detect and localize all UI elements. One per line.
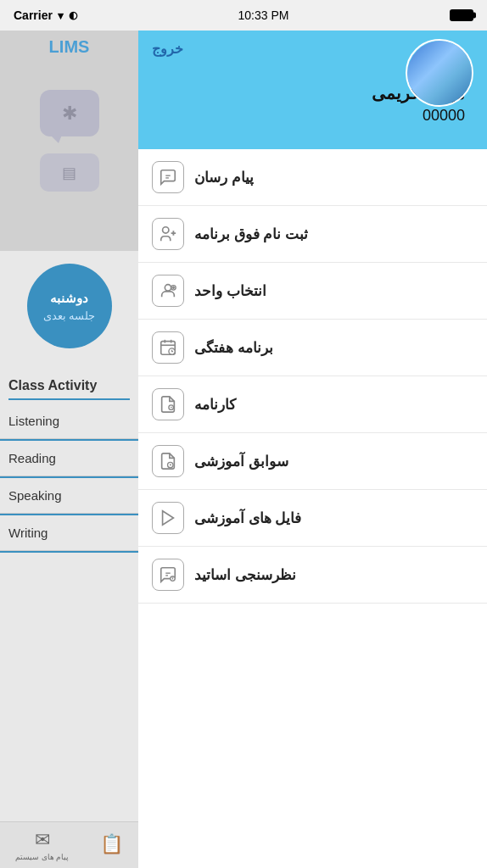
svg-marker-15	[163, 511, 174, 526]
carrier-text: Carrier	[14, 8, 53, 22]
tab-list[interactable]: 📋	[100, 833, 123, 857]
carrier-info: Carrier ▾ ◐	[14, 8, 77, 22]
app-name[interactable]: LIMS	[49, 37, 90, 57]
class-activity-title: Class Activity	[8, 378, 130, 393]
avatar	[406, 39, 473, 107]
next-session-circle[interactable]: دوشنبه جلسه بعدی	[27, 264, 112, 348]
menu-item-files[interactable]: فایل های آموزشی	[138, 490, 487, 547]
message-icon: ▤	[62, 164, 76, 182]
menu-text-register: ثبت نام فوق برنامه	[194, 225, 308, 243]
menu-text-select-unit: انتخاب واحد	[194, 282, 266, 300]
content-panel: خروج مهدیه کریمی 00000 پیام رسان ثبت نام…	[138, 31, 487, 868]
profile-header: خروج مهدیه کریمی 00000	[138, 31, 487, 149]
menu-text-report-card: کارنامه	[194, 396, 236, 414]
menu-item-survey[interactable]: نظرسنجی اساتید	[138, 547, 487, 604]
report-card-icon	[152, 388, 184, 420]
svg-point-2	[163, 227, 169, 233]
time-display: 10:33 PM	[238, 8, 288, 22]
divider-writing	[0, 551, 138, 553]
circle-section: دوشنبه جلسه بعدی	[0, 251, 138, 361]
sidebar-bottom-tabs: ✉ پیام های سیستم 📋	[0, 821, 138, 868]
menu-list: پیام رسان ثبت نام فوق برنامه انتخاب واحد	[138, 149, 487, 868]
battery-info	[450, 9, 473, 21]
menu-text-survey: نظرسنجی اساتید	[194, 566, 296, 584]
tab-messages-label: پیام های سیستم	[15, 853, 69, 861]
circle-day: دوشنبه	[50, 291, 88, 306]
menu-text-history: سوابق آموزشی	[194, 453, 288, 470]
sidebar: LIMS ✱ ▤ دوشنبه جلسه بعدی Class Activity…	[0, 31, 138, 868]
menu-text-messenger: پیام رسان	[194, 169, 254, 186]
select-unit-icon	[152, 275, 184, 307]
circle-label: جلسه بعدی	[43, 309, 96, 322]
list-icon: 📋	[100, 833, 123, 855]
files-icon	[152, 502, 184, 534]
sidebar-item-writing[interactable]: Writing	[0, 515, 138, 551]
menu-item-report-card[interactable]: کارنامه	[138, 376, 487, 433]
svg-point-3	[165, 285, 171, 291]
logout-button[interactable]: خروج	[152, 41, 183, 57]
tab-messages[interactable]: ✉ پیام های سیستم	[15, 829, 69, 861]
class-activity-divider	[8, 398, 130, 400]
sidebar-item-reading[interactable]: Reading	[0, 441, 138, 476]
profile-id: 00000	[152, 107, 473, 125]
register-icon	[152, 218, 184, 250]
menu-text-weekly: برنامه هفتگی	[194, 339, 273, 357]
menu-item-weekly[interactable]: برنامه هفتگی	[138, 320, 487, 376]
menu-item-history[interactable]: سوابق آموزشی	[138, 433, 487, 490]
mail-icon: ✉	[35, 829, 50, 851]
bubble-1: ✱	[40, 90, 99, 136]
signal-bars: ◐	[69, 9, 77, 21]
menu-item-messenger[interactable]: پیام رسان	[138, 149, 487, 206]
messenger-icon	[152, 161, 184, 193]
main-layout: LIMS ✱ ▤ دوشنبه جلسه بعدی Class Activity…	[0, 31, 487, 868]
sidebar-item-speaking[interactable]: Speaking	[0, 478, 138, 514]
survey-icon	[152, 559, 184, 591]
wifi-icon: ▾	[58, 9, 64, 22]
star-icon: ✱	[62, 103, 77, 125]
sidebar-illustration: ✱ ▤	[0, 31, 138, 251]
class-activity-section: Class Activity	[0, 370, 138, 403]
menu-item-select-unit[interactable]: انتخاب واحد	[138, 263, 487, 320]
sidebar-item-listening[interactable]: Listening	[0, 403, 138, 439]
menu-text-files: فایل های آموزشی	[194, 509, 301, 527]
bubble-2: ▤	[40, 153, 99, 192]
menu-item-register[interactable]: ثبت نام فوق برنامه	[138, 206, 487, 263]
svg-point-20	[172, 577, 173, 578]
status-bar: Carrier ▾ ◐ 10:33 PM	[0, 0, 487, 31]
battery-icon	[450, 9, 473, 21]
weekly-icon	[152, 331, 184, 364]
history-icon	[152, 445, 184, 477]
